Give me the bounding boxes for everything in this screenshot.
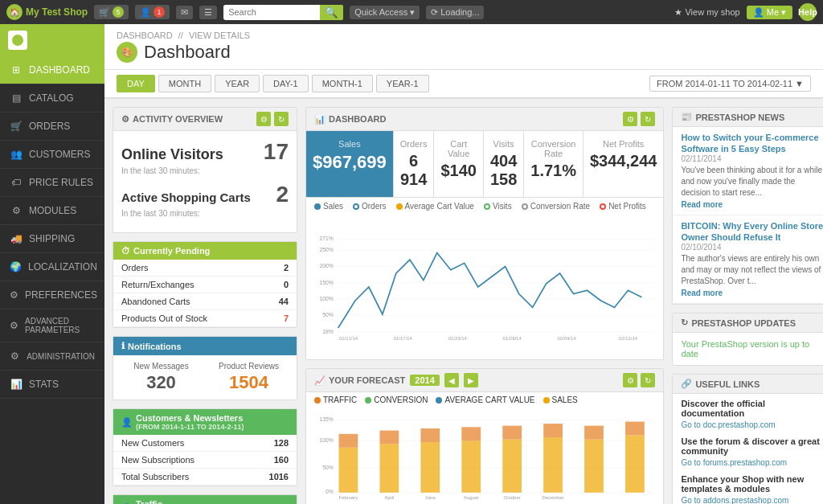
svg-text:250%: 250% [319,247,333,252]
svg-text:50%: 50% [322,312,334,318]
mail-icon-btn[interactable]: ✉ [176,6,193,19]
alert-badge: 1 [154,6,165,18]
tab-month[interactable]: MONTH [158,75,211,92]
breadcrumb-item-view-details: VIEW DETAILS [189,31,250,40]
sidebar-item-stats[interactable]: 📊 STATS [0,371,104,399]
legend-sales: Sales [314,202,343,211]
svg-text:01/29/14: 01/29/14 [503,336,522,341]
page-title-area: 🎨 Dashboard [117,42,811,63]
product-reviews-col: Product Reviews 1504 [209,362,289,393]
tab-month-1[interactable]: MONTH-1 [312,75,373,92]
currently-pending-card: ⏱ Currently Pending Orders 2 Return/Exch… [113,241,297,328]
news-link-1[interactable]: How to Switch your E-commerce Software i… [681,133,818,154]
dashboard-refresh-btn[interactable]: ↻ [641,112,655,126]
tab-day[interactable]: DAY [117,75,155,92]
svg-text:August: August [464,495,479,500]
sidebar-item-customers[interactable]: 👥 CUSTOMERS [0,141,104,169]
tab-day-1[interactable]: DAY-1 [263,75,309,92]
legend-dot-net-profits [600,203,606,210]
quick-access-btn[interactable]: Quick Access ▾ [350,6,420,19]
sidebar-item-orders[interactable]: 🛒 ORDERS [0,113,104,141]
tab-year-1[interactable]: YEAR-1 [376,75,429,92]
svg-rect-30 [339,434,358,448]
pending-rows: Orders 2 Return/Exchanges 0 Abandoned Ca… [113,260,297,327]
sidebar-item-label: PREFERENCES [25,289,97,301]
forecast-legend-traffic: TRAFFIC [314,395,357,404]
date-range-picker[interactable]: FROM 2014-01-11 TO 2014-02-11 ▼ [649,76,811,92]
dashboard-main-card: 📊 DASHBOARD ⚙ ↻ Sales $967,699 [305,107,664,360]
svg-rect-32 [379,431,399,445]
svg-point-0 [12,35,23,46]
svg-rect-35 [461,440,481,493]
dashboard-settings-btn[interactable]: ⚙ [623,112,637,126]
conversion-stat: Conversion Rate 1.71% [524,131,583,197]
sidebar-item-shipping[interactable]: 🚚 SHIPPING [0,225,104,253]
svg-rect-33 [420,442,440,493]
topbar: 🏠 My Test Shop 🛒 5 👤 1 ✉ ☰ 🔍 Quick Acces… [0,0,823,24]
sidebar-item-preferences[interactable]: ⚙ PREFERENCES [0,281,104,309]
user-icon-btn[interactable]: 👤 1 [135,5,170,19]
shop-icon: 🏠 [6,4,23,20]
shop-name: 🏠 My Test Shop [6,4,88,20]
svg-text:February: February [339,495,358,500]
advanced-params-icon: ⚙ [10,319,18,332]
main-content: DASHBOARD // VIEW DETAILS 🎨 Dashboard DA… [104,24,823,504]
forecast-settings-btn[interactable]: ⚙ [623,373,637,387]
sidebar-item-catalog[interactable]: ▤ CATALOG [0,84,104,113]
sidebar-item-price-rules[interactable]: 🏷 PRICE RULES [0,169,104,197]
sidebar-item-advanced-params[interactable]: ⚙ ADVANCED PARAMETERS [0,309,104,342]
forecast-refresh-btn[interactable]: ↻ [641,373,655,387]
online-visitors-value: 17 [264,139,289,165]
prestashop-news-card: 📰 PRESTASHOP NEWS How to Switch your E-c… [672,107,823,305]
view-shop-link[interactable]: ★ View my shop [674,7,739,18]
legend-dot-conversion [522,203,528,210]
sidebar-item-label: CATALOG [29,92,74,104]
forecast-dot-conversion [365,397,371,404]
svg-text:100%: 100% [319,296,333,301]
sidebar-item-localization[interactable]: 🌍 LOCALIZATION [0,253,104,281]
search-input[interactable] [223,6,320,18]
user-button[interactable]: 👤 Me ▾ [747,6,792,19]
sidebar-item-label: LOCALIZATION [28,261,97,272]
administration-icon: ⚙ [10,350,20,363]
loading-indicator: ⟳ Loading... [426,6,484,19]
search-button[interactable]: 🔍 [320,5,343,20]
page-title: Dashboard [144,42,231,63]
dashboard-title-icon: 🎨 [117,42,137,63]
menu-icon-btn[interactable]: ☰ [199,6,217,19]
svg-rect-40 [543,424,563,437]
addons-link[interactable]: Go to addons.prestashop.com [681,496,788,504]
pending-row-orders: Orders 2 [113,260,297,277]
forecast-next-btn[interactable]: ▶ [464,373,478,387]
useful-link-forum: Use the forum & discover a great communi… [681,436,823,468]
read-more-2[interactable]: Read more [681,289,723,297]
sidebar-logo [0,24,104,56]
shop-name-label: My Test Shop [26,6,88,18]
read-more-1[interactable]: Read more [681,200,723,209]
chart-legend: Sales Orders Average Cart Value Vis [306,198,663,215]
net-profits-stat: Net Profits $344,244 [583,131,663,197]
sidebar-item-administration[interactable]: ⚙ ADMINISTRATION [0,342,104,371]
cart-icon-btn[interactable]: 🛒 5 [94,5,129,19]
legend-dot-sales [314,203,321,210]
forum-link[interactable]: Go to forums.prestashop.com [681,458,787,467]
refresh-btn[interactable]: ↻ [274,112,289,126]
product-reviews-value: 1504 [209,372,289,393]
sidebar-item-label: ADMINISTRATION [27,352,95,361]
online-visitors-stat: Online Visitors 17 [121,139,289,165]
forecast-prev-btn[interactable]: ◀ [444,373,459,387]
notifications-header: ℹ Notifications [113,337,297,355]
traffic-title: Traffic [136,499,244,504]
sidebar-item-label: STATS [29,379,59,390]
docs-link[interactable]: Go to doc.prestashop.com [681,420,775,429]
legend-net-profits: Net Profits [600,202,646,211]
svg-text:June: June [425,495,436,500]
center-column: 📊 DASHBOARD ⚙ ↻ Sales $967,699 [305,107,664,504]
help-button[interactable]: Help [799,3,817,21]
news-link-2[interactable]: BITCOIN: Why Every Online Store Owner Sh… [681,221,823,242]
sidebar-item-dashboard[interactable]: ⊞ DASHBOARD [0,56,104,84]
prestashop-news-title: PRESTASHOP NEWS [695,113,784,122]
settings-btn[interactable]: ⚙ [256,112,271,126]
tab-year[interactable]: YEAR [215,75,260,92]
sidebar-item-modules[interactable]: ⚙ MODULES [0,197,104,225]
